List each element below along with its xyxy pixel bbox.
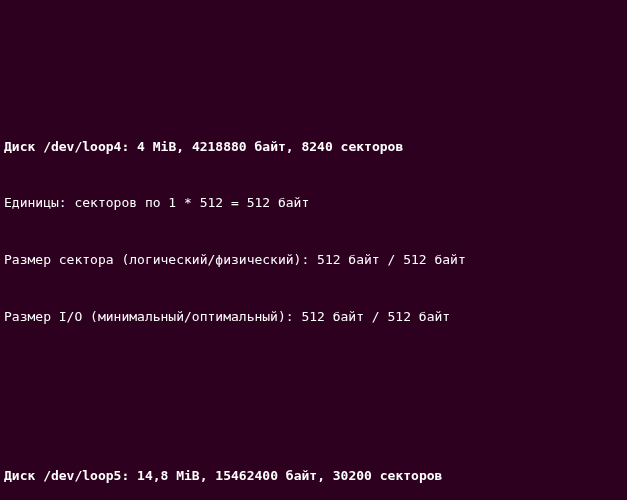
disk-sectors: 30200 — [333, 468, 372, 483]
disk-bytes: 15462400 — [215, 468, 278, 483]
disk-block: Диск /dev/loop4: 4 MiB, 4218880 байт, 82… — [4, 100, 623, 345]
bytes-label: байт — [286, 468, 317, 483]
units-line: Единицы: секторов по 1 * 512 = 512 байт — [4, 194, 623, 213]
bytes-label: байт — [255, 139, 286, 154]
disk-block: Диск /dev/loop5: 14,8 MiB, 15462400 байт… — [4, 430, 623, 500]
disk-device: /dev/loop5 — [43, 468, 121, 483]
disk-bytes: 4218880 — [192, 139, 247, 154]
io-size-line: Размер I/O (минимальный/оптимальный): 51… — [4, 308, 623, 327]
disk-sectors: 8240 — [301, 139, 332, 154]
disk-header: Диск /dev/loop5: 14,8 MiB, 15462400 байт… — [4, 467, 623, 486]
sector-size-line: Размер сектора (логический/физический): … — [4, 251, 623, 270]
disk-prefix: Диск — [4, 139, 43, 154]
disk-device: /dev/loop4 — [43, 139, 121, 154]
disk-header: Диск /dev/loop4: 4 MiB, 4218880 байт, 82… — [4, 138, 623, 157]
sectors-label: секторов — [380, 468, 443, 483]
disk-size: 4 MiB — [137, 139, 176, 154]
disk-size: 14,8 MiB — [137, 468, 200, 483]
disk-prefix: Диск — [4, 468, 43, 483]
sectors-label: секторов — [341, 139, 404, 154]
